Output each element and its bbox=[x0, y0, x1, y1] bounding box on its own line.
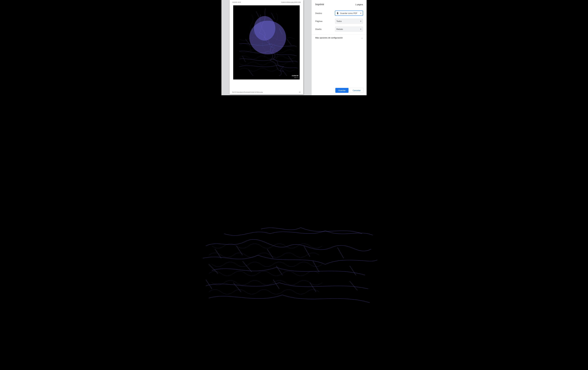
save-button[interactable]: Guardar bbox=[335, 88, 348, 93]
print-settings-panel: Imprimir 1 página Destino Guardar como P… bbox=[311, 0, 367, 95]
preview-footer-path: file:///C:/Users/juanm/Downloads/Ciudad … bbox=[232, 91, 262, 93]
more-settings-label: Más opciones de configuración bbox=[315, 37, 343, 39]
preview-credit: data © O bbox=[294, 77, 298, 78]
preview-footer-page: 1/1 bbox=[299, 91, 301, 93]
pdf-file-icon bbox=[336, 12, 339, 14]
chevron-down-icon: ▼ bbox=[360, 12, 362, 14]
preview-timestamp: 12/12/23, 16:23 bbox=[232, 1, 241, 3]
pages-value: Todos bbox=[336, 20, 359, 22]
print-preview-pane: 12/12/23, 16:23 Ciudad de México.png (12… bbox=[221, 0, 311, 95]
destination-value: Guardar como PDF bbox=[340, 12, 359, 14]
print-dialog: 12/12/23, 16:23 Ciudad de México.png (12… bbox=[221, 0, 367, 95]
pages-label: Páginas bbox=[315, 20, 323, 22]
cancel-button[interactable]: Cancelar bbox=[350, 88, 364, 93]
more-settings-toggle[interactable]: Más opciones de configuración ⌄ bbox=[312, 35, 367, 41]
layout-label: Diseño bbox=[315, 28, 321, 30]
destination-label: Destino bbox=[315, 12, 322, 14]
chevron-down-icon: ⌄ bbox=[361, 37, 363, 39]
preview-page: 12/12/23, 16:23 Ciudad de México.png (12… bbox=[230, 0, 303, 94]
layout-select[interactable]: Retrato ▼ bbox=[335, 27, 363, 32]
preview-title: Ciudad de México.png (1228×1233) bbox=[281, 1, 301, 3]
svg-point-1 bbox=[254, 16, 275, 41]
chevron-down-icon: ▼ bbox=[360, 28, 362, 30]
preview-city-label: Ciudad de bbox=[292, 75, 298, 76]
dialog-title: Imprimir bbox=[315, 3, 324, 6]
destination-select[interactable]: Guardar como PDF ▼ bbox=[335, 11, 363, 16]
pages-select[interactable]: Todos ▼ bbox=[335, 19, 363, 24]
chevron-down-icon: ▼ bbox=[360, 20, 362, 22]
sheet-count: 1 página bbox=[355, 3, 363, 6]
layout-value: Retrato bbox=[336, 28, 359, 30]
preview-map-image: Ciudad de data © O bbox=[233, 5, 300, 79]
background-map bbox=[197, 148, 380, 317]
